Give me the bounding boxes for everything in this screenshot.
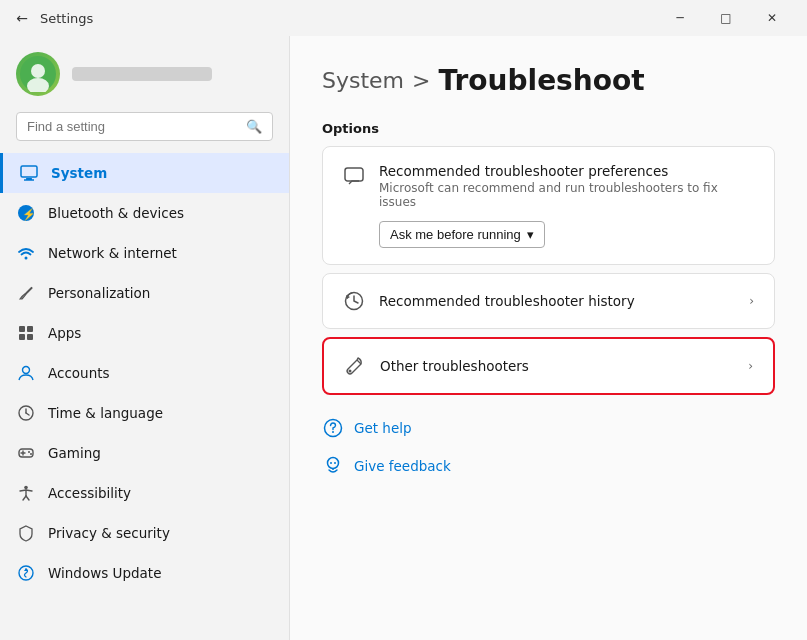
other-troubleshooters-list-item[interactable]: Other troubleshooters › (324, 339, 773, 393)
svg-point-22 (24, 486, 28, 490)
svg-point-13 (23, 367, 30, 374)
nav-list: System ⚡ Bluetooth & devices (0, 153, 289, 593)
give-feedback-text[interactable]: Give feedback (354, 458, 451, 474)
breadcrumb-current: Troubleshoot (438, 64, 644, 97)
profile-name-blur (72, 67, 212, 81)
chat-icon (343, 165, 365, 187)
pref-card-top: Recommended troubleshooter preferences M… (343, 163, 754, 209)
profile-area (0, 40, 289, 112)
sidebar-item-time[interactable]: Time & language (0, 393, 289, 433)
sidebar-item-accounts[interactable]: Accounts (0, 353, 289, 393)
chevron-right-icon-2: › (748, 359, 753, 373)
links-section: Get help Give feedback (322, 411, 775, 483)
sidebar-label-time: Time & language (48, 405, 163, 421)
app-body: 🔍 System ⚡ (0, 36, 807, 640)
help-icon (322, 417, 344, 439)
give-feedback-link[interactable]: Give feedback (322, 449, 775, 483)
person-icon (16, 363, 36, 383)
sidebar: 🔍 System ⚡ (0, 36, 290, 640)
other-troubleshooters-label: Other troubleshooters (380, 358, 734, 374)
accessibility-icon (16, 483, 36, 503)
sidebar-label-apps: Apps (48, 325, 81, 341)
sidebar-item-gaming[interactable]: Gaming (0, 433, 289, 473)
sidebar-item-network[interactable]: Network & internet (0, 233, 289, 273)
svg-point-1 (31, 64, 45, 78)
svg-point-20 (28, 451, 30, 453)
svg-rect-25 (345, 168, 363, 181)
svg-point-33 (334, 462, 336, 464)
app-title: Settings (40, 11, 657, 26)
history-label: Recommended troubleshooter history (379, 293, 735, 309)
sidebar-item-apps[interactable]: Apps (0, 313, 289, 353)
minimize-button[interactable]: ─ (657, 0, 703, 36)
options-label: Options (322, 121, 775, 136)
breadcrumb-separator: > (412, 68, 430, 93)
svg-point-8 (25, 257, 28, 260)
chevron-right-icon: › (749, 294, 754, 308)
clock-icon (16, 403, 36, 423)
sidebar-item-personalization[interactable]: Personalization (0, 273, 289, 313)
svg-point-32 (330, 462, 332, 464)
update-icon (16, 563, 36, 583)
svg-point-28 (349, 370, 352, 373)
pref-subtitle: Microsoft can recommend and run troubles… (379, 181, 754, 209)
sidebar-label-accounts: Accounts (48, 365, 110, 381)
svg-text:⚡: ⚡ (22, 207, 36, 221)
content-area: System > Troubleshoot Options Recommende… (290, 36, 807, 640)
search-box[interactable]: 🔍 (16, 112, 273, 141)
svg-point-30 (332, 431, 334, 433)
sidebar-label-bluetooth: Bluetooth & devices (48, 205, 184, 221)
sidebar-label-gaming: Gaming (48, 445, 101, 461)
sidebar-label-personalization: Personalization (48, 285, 150, 301)
sidebar-label-windows-update: Windows Update (48, 565, 161, 581)
search-input[interactable] (27, 119, 238, 134)
svg-point-31 (328, 458, 339, 469)
history-card[interactable]: Recommended troubleshooter history › (322, 273, 775, 329)
avatar (16, 52, 60, 96)
svg-rect-11 (19, 334, 25, 340)
wrench-icon (344, 355, 366, 377)
shield-icon (16, 523, 36, 543)
search-icon: 🔍 (246, 119, 262, 134)
sidebar-item-bluetooth[interactable]: ⚡ Bluetooth & devices (0, 193, 289, 233)
brush-icon (16, 283, 36, 303)
history-icon (343, 290, 365, 312)
back-button[interactable]: ← (12, 8, 32, 28)
wifi-icon (16, 243, 36, 263)
sidebar-label-accessibility: Accessibility (48, 485, 131, 501)
get-help-text[interactable]: Get help (354, 420, 412, 436)
title-bar: ← Settings ─ □ ✕ (0, 0, 807, 36)
breadcrumb-parent: System (322, 68, 404, 93)
pref-title: Recommended troubleshooter preferences (379, 163, 754, 179)
apps-icon (16, 323, 36, 343)
sidebar-label-network: Network & internet (48, 245, 177, 261)
sidebar-label-system: System (51, 165, 107, 181)
svg-rect-10 (27, 326, 33, 332)
svg-point-21 (30, 453, 32, 455)
svg-rect-12 (27, 334, 33, 340)
close-button[interactable]: ✕ (749, 0, 795, 36)
pref-card: Recommended troubleshooter preferences M… (322, 146, 775, 265)
window-controls: ─ □ ✕ (657, 0, 795, 36)
sidebar-item-privacy[interactable]: Privacy & security (0, 513, 289, 553)
other-troubleshooters-card[interactable]: Other troubleshooters › (322, 337, 775, 395)
sidebar-item-windows-update[interactable]: Windows Update (0, 553, 289, 593)
chevron-down-icon: ▾ (527, 227, 534, 242)
svg-line-16 (26, 413, 29, 415)
maximize-button[interactable]: □ (703, 0, 749, 36)
monitor-icon (19, 163, 39, 183)
svg-rect-3 (21, 166, 37, 177)
get-help-link[interactable]: Get help (322, 411, 775, 445)
pref-dropdown-label: Ask me before running (390, 227, 521, 242)
svg-rect-9 (19, 326, 25, 332)
pref-dropdown-wrap: Ask me before running ▾ (379, 221, 754, 248)
pref-text: Recommended troubleshooter preferences M… (379, 163, 754, 209)
sidebar-item-system[interactable]: System (0, 153, 289, 193)
gaming-icon (16, 443, 36, 463)
pref-dropdown[interactable]: Ask me before running ▾ (379, 221, 545, 248)
sidebar-label-privacy: Privacy & security (48, 525, 170, 541)
bluetooth-icon: ⚡ (16, 203, 36, 223)
history-list-item[interactable]: Recommended troubleshooter history › (323, 274, 774, 328)
sidebar-item-accessibility[interactable]: Accessibility (0, 473, 289, 513)
feedback-icon (322, 455, 344, 477)
